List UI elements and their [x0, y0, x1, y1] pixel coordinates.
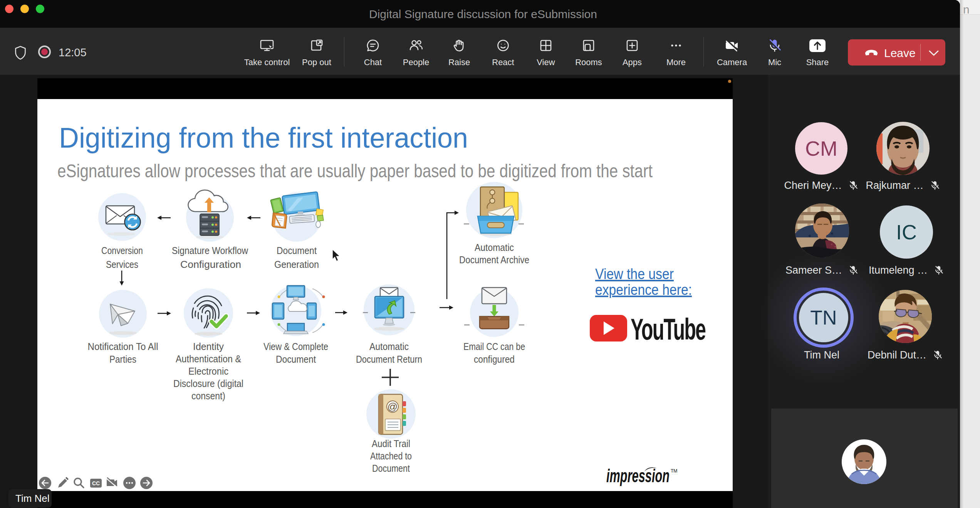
svg-text:Automatic: Automatic [369, 341, 409, 352]
svg-text:Audit Trail: Audit Trail [372, 438, 410, 449]
svg-text:@: @ [388, 401, 398, 412]
svg-text:View & Complete: View & Complete [263, 341, 328, 352]
svg-text:Electronic: Electronic [188, 365, 228, 377]
svg-text:Document: Document [277, 245, 317, 256]
svg-text:Generation: Generation [274, 259, 319, 270]
svg-text:TM: TM [671, 468, 677, 474]
svg-text:Document: Document [276, 353, 316, 365]
svg-text:experience here:: experience here: [595, 281, 692, 298]
svg-text:View the user: View the user [595, 266, 674, 282]
svg-text:Services: Services [106, 259, 138, 270]
svg-text:Notification To All: Notification To All [88, 341, 158, 352]
svg-text:Document: Document [372, 463, 410, 474]
svg-text:Attached to: Attached to [370, 450, 412, 462]
svg-text:Email CC can be: Email CC can be [463, 341, 525, 352]
svg-text:impression: impression [606, 466, 670, 486]
svg-text:Disclosure (digital: Disclosure (digital [173, 378, 243, 389]
svg-text:Document Archive: Document Archive [459, 254, 529, 266]
svg-text:Identity: Identity [193, 341, 224, 352]
svg-text:eSignatures allow processes th: eSignatures allow processes that are usu… [57, 161, 653, 181]
svg-text:Parties: Parties [109, 353, 136, 365]
svg-text:consent): consent) [191, 390, 225, 402]
svg-text:configured: configured [474, 353, 515, 365]
svg-text:Document Return: Document Return [356, 353, 422, 365]
svg-text:Digitizing from the first inte: Digitizing from the first interaction [59, 121, 468, 154]
svg-text:CC: CC [92, 480, 100, 486]
svg-text:YouTube: YouTube [631, 313, 706, 346]
svg-text:Configuration: Configuration [180, 259, 241, 270]
svg-text:Automatic: Automatic [475, 242, 514, 253]
svg-text:Authentication &: Authentication & [176, 353, 241, 365]
svg-text:Signature Workflow: Signature Workflow [172, 245, 248, 256]
svg-text:Conversion: Conversion [101, 245, 143, 256]
